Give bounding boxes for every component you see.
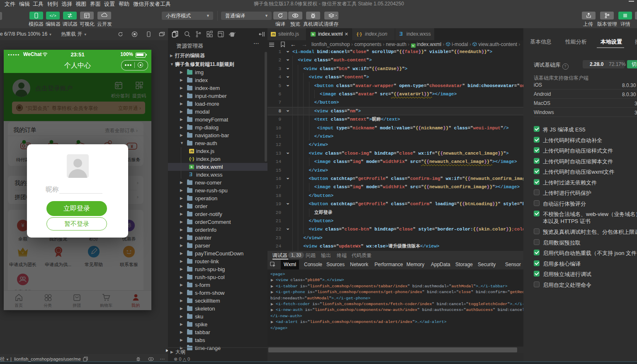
svg-text:</>: </> [49, 14, 56, 18]
